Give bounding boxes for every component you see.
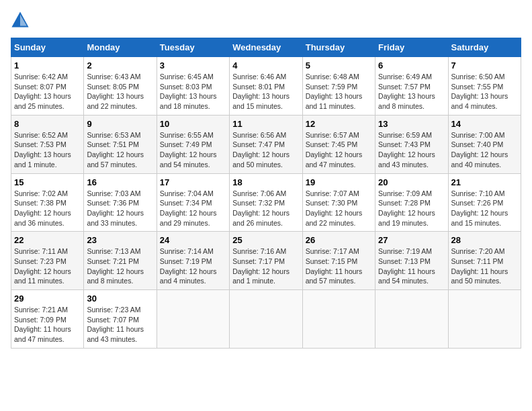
day-info: Sunrise: 6:53 AMSunset: 7:51 PMDaylight:… (87, 130, 153, 170)
calendar-cell: 29Sunrise: 7:21 AMSunset: 7:09 PMDayligh… (11, 290, 84, 349)
day-number: 6 (378, 60, 445, 71)
calendar-body: 1Sunrise: 6:42 AMSunset: 8:07 PMDaylight… (11, 57, 521, 349)
calendar-cell: 20Sunrise: 7:09 AMSunset: 7:28 PMDayligh… (375, 173, 448, 232)
calendar-cell: 22Sunrise: 7:11 AMSunset: 7:23 PMDayligh… (11, 232, 84, 290)
day-info: Sunrise: 6:50 AMSunset: 7:55 PMDaylight:… (451, 72, 518, 111)
calendar-cell: 18Sunrise: 7:06 AMSunset: 7:32 PMDayligh… (230, 173, 302, 232)
day-info: Sunrise: 7:03 AMSunset: 7:36 PMDaylight:… (87, 189, 153, 228)
day-info: Sunrise: 7:11 AMSunset: 7:23 PMDaylight:… (14, 246, 81, 286)
day-number: 23 (87, 235, 153, 245)
day-number: 9 (87, 119, 153, 129)
calendar-week-row: 1Sunrise: 6:42 AMSunset: 8:07 PMDaylight… (11, 57, 521, 116)
day-info: Sunrise: 6:48 AMSunset: 7:59 PMDaylight:… (306, 72, 372, 111)
calendar-header: SundayMondayTuesdayWednesdayThursdayFrid… (11, 38, 521, 57)
calendar-cell: 1Sunrise: 6:42 AMSunset: 8:07 PMDaylight… (11, 57, 84, 116)
calendar-cell: 17Sunrise: 7:04 AMSunset: 7:34 PMDayligh… (157, 173, 229, 232)
day-number: 8 (14, 119, 81, 129)
day-info: Sunrise: 7:07 AMSunset: 7:30 PMDaylight:… (306, 189, 372, 228)
day-info: Sunrise: 6:59 AMSunset: 7:43 PMDaylight:… (378, 130, 445, 170)
calendar-cell: 13Sunrise: 6:59 AMSunset: 7:43 PMDayligh… (375, 115, 448, 173)
calendar-table: SundayMondayTuesdayWednesdayThursdayFrid… (11, 38, 521, 349)
day-info: Sunrise: 7:04 AMSunset: 7:34 PMDaylight:… (160, 189, 226, 228)
logo-icon (11, 11, 30, 30)
day-info: Sunrise: 6:52 AMSunset: 7:53 PMDaylight:… (14, 130, 81, 170)
day-number: 10 (160, 119, 226, 129)
day-number: 21 (451, 177, 518, 187)
day-info: Sunrise: 7:16 AMSunset: 7:17 PMDaylight:… (232, 246, 299, 286)
calendar-cell: 3Sunrise: 6:45 AMSunset: 8:03 PMDaylight… (157, 57, 229, 116)
calendar-cell (448, 290, 521, 349)
day-number: 3 (160, 60, 226, 71)
day-info: Sunrise: 7:10 AMSunset: 7:26 PMDaylight:… (451, 189, 518, 228)
header-day: Saturday (448, 38, 521, 57)
calendar-cell: 10Sunrise: 6:55 AMSunset: 7:49 PMDayligh… (157, 115, 229, 173)
calendar-cell: 26Sunrise: 7:17 AMSunset: 7:15 PMDayligh… (302, 232, 375, 290)
day-number: 20 (378, 177, 445, 187)
calendar-cell: 25Sunrise: 7:16 AMSunset: 7:17 PMDayligh… (230, 232, 302, 290)
day-info: Sunrise: 7:14 AMSunset: 7:19 PMDaylight:… (160, 246, 226, 286)
calendar-cell: 30Sunrise: 7:23 AMSunset: 7:07 PMDayligh… (84, 290, 157, 349)
page-header (11, 11, 521, 30)
day-info: Sunrise: 7:20 AMSunset: 7:11 PMDaylight:… (451, 246, 518, 286)
calendar-cell: 15Sunrise: 7:02 AMSunset: 7:38 PMDayligh… (11, 173, 84, 232)
day-info: Sunrise: 6:45 AMSunset: 8:03 PMDaylight:… (160, 72, 226, 111)
calendar-cell: 24Sunrise: 7:14 AMSunset: 7:19 PMDayligh… (157, 232, 229, 290)
header-day: Monday (84, 38, 157, 57)
day-number: 15 (14, 177, 81, 187)
day-info: Sunrise: 7:00 AMSunset: 7:40 PMDaylight:… (451, 130, 518, 170)
day-number: 19 (306, 177, 372, 187)
day-info: Sunrise: 6:57 AMSunset: 7:45 PMDaylight:… (306, 130, 372, 170)
day-info: Sunrise: 6:42 AMSunset: 8:07 PMDaylight:… (14, 72, 81, 111)
day-info: Sunrise: 7:19 AMSunset: 7:13 PMDaylight:… (378, 246, 445, 286)
header-day: Friday (375, 38, 448, 57)
day-number: 13 (378, 119, 445, 129)
calendar-cell: 2Sunrise: 6:43 AMSunset: 8:05 PMDaylight… (84, 57, 157, 116)
calendar-cell: 9Sunrise: 6:53 AMSunset: 7:51 PMDaylight… (84, 115, 157, 173)
calendar-cell: 5Sunrise: 6:48 AMSunset: 7:59 PMDaylight… (302, 57, 375, 116)
day-info: Sunrise: 7:21 AMSunset: 7:09 PMDaylight:… (14, 305, 81, 345)
header-day: Thursday (302, 38, 375, 57)
day-info: Sunrise: 7:23 AMSunset: 7:07 PMDaylight:… (87, 305, 153, 345)
calendar-cell: 14Sunrise: 7:00 AMSunset: 7:40 PMDayligh… (448, 115, 521, 173)
calendar-cell: 7Sunrise: 6:50 AMSunset: 7:55 PMDaylight… (448, 57, 521, 116)
day-info: Sunrise: 6:43 AMSunset: 8:05 PMDaylight:… (87, 72, 153, 111)
calendar-week-row: 15Sunrise: 7:02 AMSunset: 7:38 PMDayligh… (11, 173, 521, 232)
day-info: Sunrise: 7:06 AMSunset: 7:32 PMDaylight:… (232, 189, 299, 228)
day-number: 28 (451, 235, 518, 245)
calendar-cell: 4Sunrise: 6:46 AMSunset: 8:01 PMDaylight… (230, 57, 302, 116)
header-row: SundayMondayTuesdayWednesdayThursdayFrid… (11, 38, 521, 57)
day-number: 25 (232, 235, 299, 245)
calendar-cell: 11Sunrise: 6:56 AMSunset: 7:47 PMDayligh… (230, 115, 302, 173)
calendar-cell: 27Sunrise: 7:19 AMSunset: 7:13 PMDayligh… (375, 232, 448, 290)
day-number: 7 (451, 60, 518, 71)
calendar-week-row: 22Sunrise: 7:11 AMSunset: 7:23 PMDayligh… (11, 232, 521, 290)
day-number: 16 (87, 177, 153, 187)
day-info: Sunrise: 7:02 AMSunset: 7:38 PMDaylight:… (14, 189, 81, 228)
day-number: 2 (87, 60, 153, 71)
calendar-cell: 6Sunrise: 6:49 AMSunset: 7:57 PMDaylight… (375, 57, 448, 116)
day-number: 11 (232, 119, 299, 129)
header-day: Tuesday (157, 38, 229, 57)
header-day: Wednesday (230, 38, 302, 57)
day-info: Sunrise: 6:46 AMSunset: 8:01 PMDaylight:… (232, 72, 299, 111)
calendar-week-row: 8Sunrise: 6:52 AMSunset: 7:53 PMDaylight… (11, 115, 521, 173)
day-info: Sunrise: 6:49 AMSunset: 7:57 PMDaylight:… (378, 72, 445, 111)
day-number: 4 (232, 60, 299, 71)
day-number: 18 (232, 177, 299, 187)
day-info: Sunrise: 6:56 AMSunset: 7:47 PMDaylight:… (232, 130, 299, 170)
day-number: 27 (378, 235, 445, 245)
day-number: 17 (160, 177, 226, 187)
calendar-week-row: 29Sunrise: 7:21 AMSunset: 7:09 PMDayligh… (11, 290, 521, 349)
calendar-cell (302, 290, 375, 349)
header-day: Sunday (11, 38, 84, 57)
day-info: Sunrise: 7:17 AMSunset: 7:15 PMDaylight:… (306, 246, 372, 286)
calendar-cell (157, 290, 229, 349)
day-number: 12 (306, 119, 372, 129)
calendar-cell (230, 290, 302, 349)
day-number: 26 (306, 235, 372, 245)
day-info: Sunrise: 6:55 AMSunset: 7:49 PMDaylight:… (160, 130, 226, 170)
calendar-cell: 28Sunrise: 7:20 AMSunset: 7:11 PMDayligh… (448, 232, 521, 290)
day-number: 24 (160, 235, 226, 245)
calendar-cell: 19Sunrise: 7:07 AMSunset: 7:30 PMDayligh… (302, 173, 375, 232)
day-number: 30 (87, 293, 153, 304)
